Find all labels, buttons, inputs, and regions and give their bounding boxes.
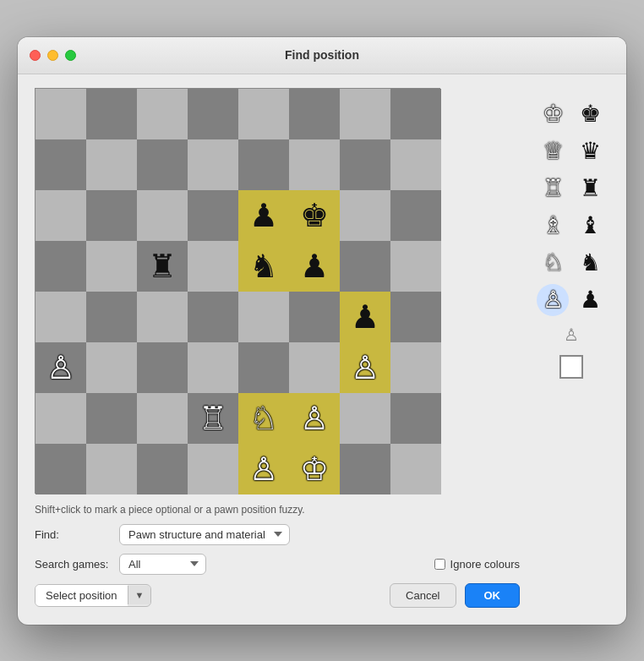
- select-position-main[interactable]: Select position: [35, 585, 128, 606]
- square[interactable]: ♘: [238, 393, 289, 444]
- black-knight-btn[interactable]: ♞: [574, 247, 606, 279]
- square[interactable]: ♔: [289, 444, 340, 494]
- chess-board[interactable]: ♟♚♜♞♟♟♙♙♖♘♙♙♔: [35, 88, 440, 494]
- square[interactable]: [188, 292, 238, 342]
- square[interactable]: [137, 89, 188, 139]
- square[interactable]: ♜: [137, 241, 188, 292]
- square[interactable]: ♙: [238, 444, 289, 494]
- square[interactable]: [137, 444, 188, 494]
- square[interactable]: [340, 444, 390, 494]
- cancel-button[interactable]: Cancel: [390, 583, 456, 608]
- square[interactable]: [340, 89, 390, 139]
- square[interactable]: ♟: [289, 241, 340, 292]
- square[interactable]: [86, 139, 137, 190]
- search-select[interactable]: All White wins Black wins Draws: [119, 554, 206, 575]
- square[interactable]: [390, 190, 441, 241]
- square[interactable]: [188, 241, 238, 292]
- square[interactable]: ♙: [35, 342, 86, 393]
- square[interactable]: [137, 292, 188, 342]
- knight-row: ♘ ♞: [537, 247, 606, 279]
- white-queen-btn[interactable]: ♕: [537, 135, 569, 167]
- square[interactable]: [289, 89, 340, 139]
- find-select[interactable]: Pawn structure and material Exact positi…: [119, 524, 290, 545]
- square[interactable]: [390, 241, 441, 292]
- black-king-btn[interactable]: ♚: [574, 98, 606, 130]
- square[interactable]: ♖: [188, 393, 238, 444]
- square[interactable]: [86, 292, 137, 342]
- black-pawn-btn[interactable]: ♟: [574, 284, 606, 316]
- minimize-button[interactable]: [47, 50, 58, 61]
- eraser-icon[interactable]: ♙: [564, 325, 579, 345]
- close-button[interactable]: [30, 50, 41, 61]
- select-position-button[interactable]: Select position ▼: [35, 584, 151, 607]
- ignore-colours-label[interactable]: Ignore colours: [450, 558, 520, 571]
- square[interactable]: ♞: [238, 241, 289, 292]
- square[interactable]: ♙: [340, 342, 390, 393]
- square[interactable]: [390, 393, 441, 444]
- square[interactable]: [188, 444, 238, 494]
- square[interactable]: [86, 190, 137, 241]
- square[interactable]: [390, 342, 441, 393]
- white-king-btn[interactable]: ♔: [537, 98, 569, 130]
- square[interactable]: [86, 444, 137, 494]
- square[interactable]: [340, 241, 390, 292]
- find-row: Find: Pawn structure and material Exact …: [35, 524, 520, 545]
- white-bishop-btn[interactable]: ♗: [537, 210, 569, 242]
- square[interactable]: [289, 139, 340, 190]
- square[interactable]: [188, 342, 238, 393]
- black-bishop-btn[interactable]: ♝: [574, 210, 606, 242]
- black-pawn-piece: ♟: [300, 250, 329, 282]
- square[interactable]: ♟: [340, 292, 390, 342]
- square[interactable]: [340, 190, 390, 241]
- square[interactable]: [35, 393, 86, 444]
- square[interactable]: [137, 190, 188, 241]
- square[interactable]: [35, 190, 86, 241]
- square[interactable]: [340, 139, 390, 190]
- square[interactable]: [86, 393, 137, 444]
- square[interactable]: [289, 342, 340, 393]
- square[interactable]: [390, 89, 441, 139]
- square[interactable]: [238, 139, 289, 190]
- select-position-dropdown-arrow[interactable]: ▼: [128, 586, 151, 604]
- square[interactable]: [188, 190, 238, 241]
- square[interactable]: [390, 444, 441, 494]
- king-row: ♔ ♚: [537, 98, 606, 130]
- eraser-button[interactable]: [559, 355, 583, 379]
- black-queen-btn[interactable]: ♛: [574, 135, 606, 167]
- square[interactable]: [289, 292, 340, 342]
- white-rook-btn[interactable]: ♖: [537, 172, 569, 205]
- square[interactable]: [86, 89, 137, 139]
- dialog-body: ♟♚♜♞♟♟♙♙♖♘♙♙♔ Shift+click to mark a piec…: [18, 74, 626, 625]
- square[interactable]: ♙: [289, 393, 340, 444]
- square[interactable]: [340, 393, 390, 444]
- square[interactable]: [238, 89, 289, 139]
- white-pawn-btn[interactable]: ♙: [537, 284, 569, 316]
- square[interactable]: [137, 139, 188, 190]
- square[interactable]: [35, 292, 86, 342]
- square[interactable]: ♟: [238, 190, 289, 241]
- square[interactable]: [86, 241, 137, 292]
- black-rook-btn[interactable]: ♜: [574, 172, 606, 205]
- maximize-button[interactable]: [65, 50, 76, 61]
- square[interactable]: [188, 139, 238, 190]
- ok-button[interactable]: OK: [465, 583, 521, 608]
- black-pawn-piece: ♟: [351, 301, 379, 333]
- white-knight-btn[interactable]: ♘: [537, 247, 569, 279]
- square[interactable]: [35, 89, 86, 139]
- white-knight-piece: ♘: [249, 402, 278, 434]
- square[interactable]: ♚: [289, 190, 340, 241]
- square[interactable]: [390, 139, 441, 190]
- square[interactable]: [137, 342, 188, 393]
- square[interactable]: [35, 444, 86, 494]
- ignore-colours-checkbox[interactable]: [434, 559, 445, 570]
- square[interactable]: [238, 342, 289, 393]
- eraser-square-area: [559, 352, 583, 379]
- square[interactable]: [35, 139, 86, 190]
- square[interactable]: [390, 292, 441, 342]
- eraser-row: ♙: [564, 325, 579, 345]
- square[interactable]: [35, 241, 86, 292]
- square[interactable]: [238, 292, 289, 342]
- square[interactable]: [188, 89, 238, 139]
- square[interactable]: [137, 393, 188, 444]
- square[interactable]: [86, 342, 137, 393]
